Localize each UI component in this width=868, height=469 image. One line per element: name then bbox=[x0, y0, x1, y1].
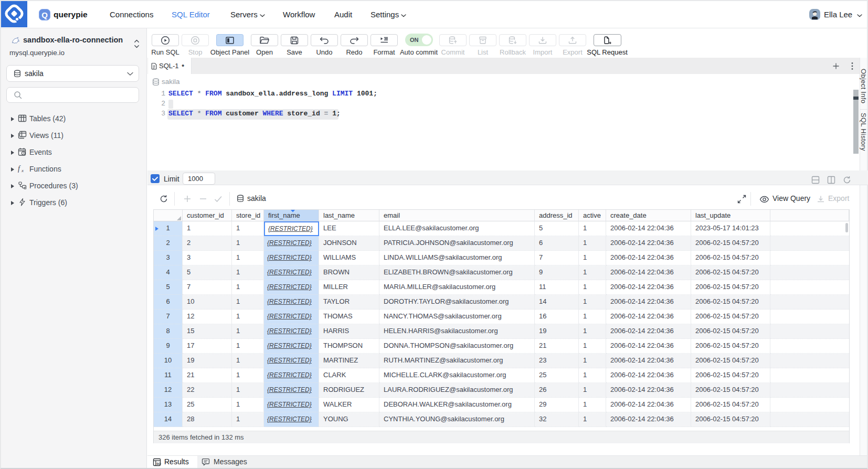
svg-text:Q: Q bbox=[41, 10, 48, 19]
svg-text:f: f bbox=[18, 165, 21, 173]
svg-text:SQL: SQL bbox=[156, 462, 161, 465]
svg-text:x: x bbox=[21, 168, 24, 173]
